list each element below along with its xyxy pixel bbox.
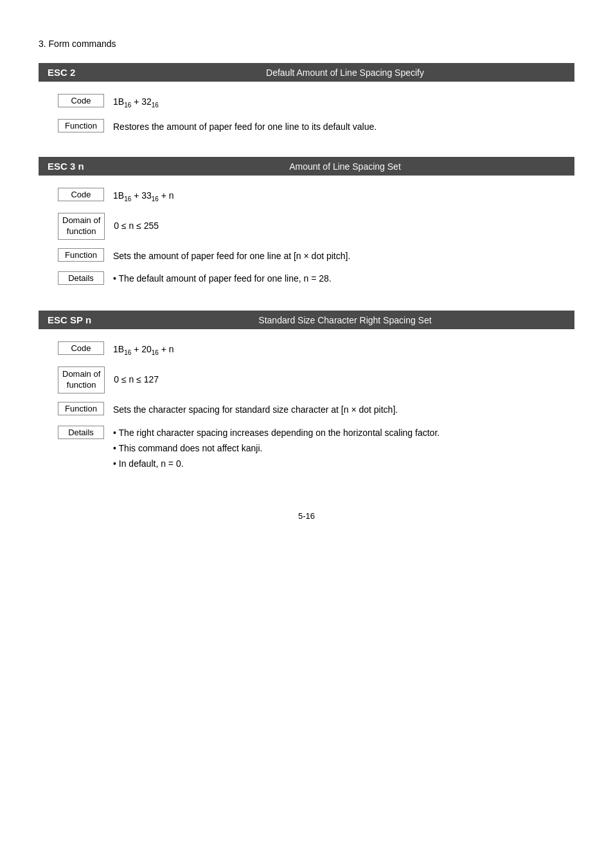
row-escspn-code: Code 1B16 + 2016 + n	[58, 341, 574, 358]
row-esc3n-domain: Domain offunction 0 ≤ n ≤ 255	[58, 212, 574, 240]
content-function-esc2: Restores the amount of paper feed for on…	[113, 118, 574, 134]
content-details-esc3n: The default amount of paper feed for one…	[113, 271, 574, 287]
content-code-esc2: 1B16 + 3216	[113, 93, 574, 111]
label-details-escspn: Details	[58, 426, 104, 439]
page-number: 5-16	[39, 511, 574, 521]
detail-item-1: The right character spacing increases de…	[113, 426, 574, 440]
row-esc2-code: Code 1B16 + 3216	[58, 93, 574, 111]
content-details-escspn: The right character spacing increases de…	[113, 425, 574, 473]
row-esc3n-function: Function Sets the amount of paper feed f…	[58, 248, 574, 263]
row-esc3n-code: Code 1B16 + 3316 + n	[58, 187, 574, 204]
row-esc2-function: Function Restores the amount of paper fe…	[58, 118, 574, 134]
command-label-esc2: ESC 2	[48, 67, 125, 78]
detail-item: The default amount of paper feed for one…	[113, 272, 574, 285]
label-details-esc3n: Details	[58, 271, 104, 285]
command-block-escspn: ESC SP n Standard Size Character Right S…	[39, 311, 574, 472]
row-esc3n-details: Details The default amount of paper feed…	[58, 271, 574, 287]
section-header-escspn: ESC SP n Standard Size Character Right S…	[39, 311, 574, 329]
label-function-esc2: Function	[58, 119, 104, 132]
content-domain-escspn: 0 ≤ n ≤ 127	[114, 366, 574, 386]
section-header-esc2: ESC 2 Default Amount of Line Spacing Spe…	[39, 63, 574, 82]
section-intro: 3. Form commands	[39, 39, 574, 49]
label-code-escspn: Code	[58, 341, 104, 355]
command-label-escspn: ESC SP n	[48, 314, 125, 325]
label-function-escspn: Function	[58, 402, 104, 415]
detail-item-3: In default, n = 0.	[113, 457, 574, 471]
label-code-esc2: Code	[58, 94, 104, 107]
content-function-esc3n: Sets the amount of paper feed for one li…	[113, 248, 574, 263]
command-title-escspn: Standard Size Character Right Spacing Se…	[125, 315, 565, 325]
content-code-escspn: 1B16 + 2016 + n	[113, 341, 574, 358]
section-header-esc3n: ESC 3 n Amount of Line Spacing Set	[39, 157, 574, 176]
label-function-esc3n: Function	[58, 248, 104, 262]
label-code-esc3n: Code	[58, 188, 104, 201]
detail-item-2: This command does not affect kanji.	[113, 442, 574, 455]
command-block-esc2: ESC 2 Default Amount of Line Spacing Spe…	[39, 63, 574, 134]
row-escspn-function: Function Sets the character spacing for …	[58, 401, 574, 417]
command-title-esc2: Default Amount of Line Spacing Specify	[125, 68, 565, 78]
content-function-escspn: Sets the character spacing for standard …	[113, 401, 574, 417]
label-domain-escspn: Domain offunction	[58, 366, 105, 393]
row-escspn-domain: Domain offunction 0 ≤ n ≤ 127	[58, 366, 574, 393]
command-block-esc3n: ESC 3 n Amount of Line Spacing Set Code …	[39, 157, 574, 287]
content-code-esc3n: 1B16 + 3316 + n	[113, 187, 574, 204]
label-domain-esc3n: Domain offunction	[58, 213, 105, 240]
command-label-esc3n: ESC 3 n	[48, 161, 125, 172]
row-escspn-details: Details The right character spacing incr…	[58, 425, 574, 473]
content-domain-esc3n: 0 ≤ n ≤ 255	[114, 212, 574, 233]
command-title-esc3n: Amount of Line Spacing Set	[125, 161, 565, 172]
